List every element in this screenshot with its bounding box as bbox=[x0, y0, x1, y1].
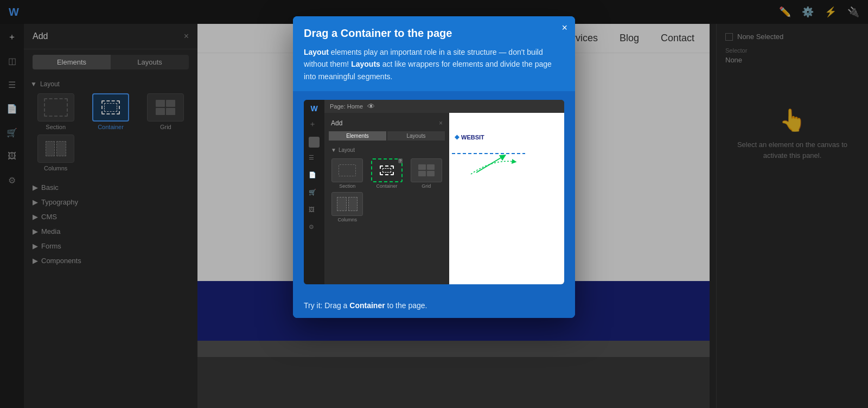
mini-add-title: Add bbox=[331, 119, 342, 127]
try-it-text: Try it: Drag a Container to the page. bbox=[304, 301, 427, 310]
mini-columns-box bbox=[331, 192, 363, 216]
modal-preview: W ＋ ☰ 📄 🛒 🖼 ⚙ Page: Home 👁 bbox=[293, 91, 575, 293]
mini-canvas: ◆ WEBSIT bbox=[449, 113, 564, 284]
mini-website-text-label: WEBSIT bbox=[461, 134, 484, 141]
mini-tab-elements[interactable]: Elements bbox=[329, 131, 386, 141]
mini-section-element: Section bbox=[329, 158, 366, 189]
mini-content: Add × Elements Layouts ▼ Layout bbox=[324, 113, 564, 284]
mini-question-badge: ? bbox=[398, 158, 403, 163]
mini-eye-icon: 👁 bbox=[367, 102, 375, 111]
try-it-bold: Container bbox=[349, 301, 385, 310]
modal-desc-bold1: Layout bbox=[304, 48, 329, 56]
tutorial-modal: × Drag a Container to the page Layout el… bbox=[293, 16, 575, 318]
mini-panel-tabs: Elements Layouts bbox=[329, 131, 445, 141]
mini-columns-label: Columns bbox=[338, 217, 358, 222]
mini-page-icon: ☰ bbox=[309, 154, 320, 165]
mini-drag-arrow-svg bbox=[449, 143, 531, 186]
modal-overlay: × Drag a Container to the page Layout el… bbox=[0, 0, 868, 408]
mini-settings-mini-icon: ⚙ bbox=[309, 224, 320, 234]
mini-section-icon bbox=[339, 164, 356, 176]
mini-editor-main: Page: Home 👁 Add × Elements bbox=[324, 100, 564, 284]
mini-nav-icon bbox=[309, 137, 320, 148]
mini-layout-label: ▼ Layout bbox=[329, 145, 445, 155]
mini-website-area: ◆ WEBSIT bbox=[455, 133, 484, 141]
mini-panel-header: Add × bbox=[329, 117, 445, 131]
modal-header: × Drag a Container to the page Layout el… bbox=[293, 16, 575, 91]
mini-section-label: Section bbox=[339, 183, 355, 189]
mini-cart-icon: 🛒 bbox=[309, 189, 320, 200]
mini-close-x: × bbox=[439, 119, 443, 127]
mini-columns-row: Columns bbox=[329, 192, 445, 222]
modal-title: Drag a Container to the page bbox=[304, 27, 564, 40]
mini-container-icon bbox=[380, 165, 394, 175]
mini-section-box bbox=[331, 158, 363, 182]
mini-grid-box bbox=[411, 158, 442, 182]
mini-elements-grid: Section ? bbox=[329, 158, 445, 189]
mini-grid-element: Grid bbox=[407, 158, 445, 189]
modal-description: Layout elements play an important role i… bbox=[304, 46, 564, 82]
mini-container-element: ? Container bbox=[368, 158, 406, 189]
mini-grid-label: Grid bbox=[422, 183, 431, 189]
mini-container-box: ? bbox=[371, 158, 403, 182]
mini-add-panel: Add × Elements Layouts ▼ Layout bbox=[324, 113, 449, 284]
mini-editor-left-bar: W ＋ ☰ 📄 🛒 🖼 ⚙ bbox=[304, 100, 324, 284]
mini-image-icon: 🖼 bbox=[309, 206, 320, 217]
modal-desc-bold2: Layouts bbox=[351, 60, 380, 68]
modal-footer: Try it: Drag a Container to the page. bbox=[293, 293, 575, 318]
mini-w-logo: W bbox=[310, 104, 317, 113]
mini-diamond-icon: ◆ bbox=[455, 133, 459, 141]
mini-columns-element: Columns bbox=[329, 192, 366, 222]
mini-page-name: Page: Home bbox=[330, 103, 363, 110]
mini-cms-icon: 📄 bbox=[309, 171, 320, 182]
mini-tab-layouts[interactable]: Layouts bbox=[387, 131, 445, 141]
mini-canvas-nav bbox=[449, 113, 564, 129]
mini-layout-text: Layout bbox=[339, 147, 355, 153]
mini-page-bar: Page: Home 👁 bbox=[324, 100, 564, 113]
mini-grid-icon bbox=[418, 164, 435, 176]
mini-editor: W ＋ ☰ 📄 🛒 🖼 ⚙ Page: Home 👁 bbox=[304, 100, 564, 284]
mini-plus-icon: ＋ bbox=[309, 119, 320, 130]
modal-close-button[interactable]: × bbox=[561, 23, 567, 33]
mini-container-label: Container bbox=[376, 183, 397, 189]
mini-layout-chevron: ▼ bbox=[331, 147, 336, 153]
mini-columns-icon bbox=[337, 197, 358, 211]
try-it-prefix: Try it: Drag a bbox=[304, 301, 349, 310]
try-it-suffix: to the page. bbox=[387, 301, 427, 310]
